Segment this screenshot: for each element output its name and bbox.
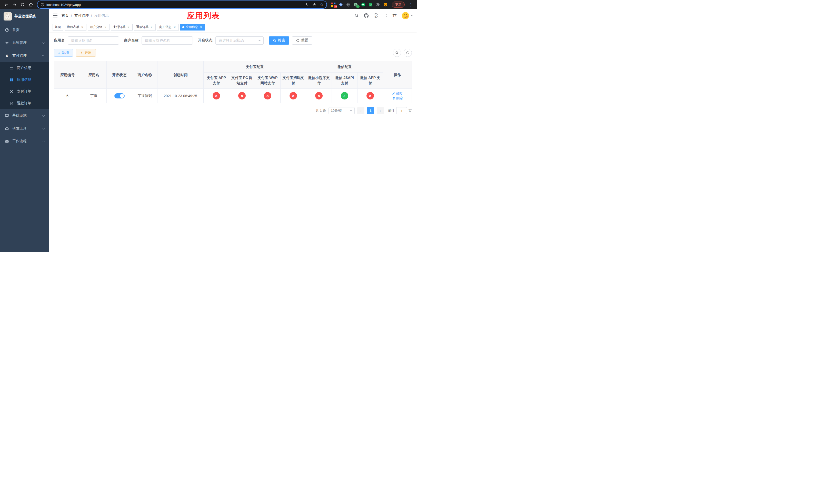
home-icon[interactable] [27,1,35,8]
status-toggle[interactable] [114,93,125,98]
url-right-icons: ☆ [305,2,323,7]
wx-jsapi-status-icon: ✓ [341,92,348,99]
prev-page-button[interactable]: ‹ [357,107,365,114]
search-button[interactable]: 搜索 [269,37,289,45]
cell-created: 2021-10-23 08:49:25 [157,89,204,103]
close-icon[interactable]: × [104,25,107,29]
logo-avatar [4,12,12,21]
grid-icon [9,78,14,82]
merchant-name-input[interactable] [141,37,193,45]
tab-user-group[interactable]: 用户分组× [88,24,110,30]
update-button[interactable]: 更新 [392,2,405,8]
sidebar-item-system[interactable]: 系统管理 [0,37,49,49]
avatar-extension-icon[interactable]: 1 [353,2,358,7]
close-icon[interactable]: × [81,25,84,29]
sidebar-item-devtools[interactable]: 研发工具 [0,122,49,135]
pagination: 共 1 条 10条/页 ‹ 1 › 前往 页 [54,107,412,114]
mosaic-extension-icon[interactable]: 10 [331,2,336,7]
sidebar-item-pay-order[interactable]: 支付订单 [0,86,49,97]
sidebar-item-workflow[interactable]: 工作流程 [0,135,49,148]
toggle-search-button[interactable] [393,49,401,57]
col-status: 开启状态 [107,61,132,89]
tab-home[interactable]: 首页 [52,24,63,30]
page-size-select[interactable]: 10条/页 [329,107,355,114]
alipay-qr-status-icon: × [289,92,297,99]
extensions-area: 10 1 [330,2,389,7]
close-icon[interactable]: × [127,25,130,29]
breadcrumb-home[interactable]: 首页 [62,13,69,18]
info-icon[interactable] [41,3,44,7]
app-name-label: 应用名 [54,38,65,43]
status-select[interactable]: 请选择开启状态 [215,37,264,45]
goto-page-input[interactable] [396,107,407,114]
blue-gem-extension-icon[interactable] [338,2,343,7]
sidebar-item-payment[interactable]: ¥ 支付管理 [0,49,49,62]
github-icon[interactable] [364,13,369,18]
tab-process-form[interactable]: 流程表单× [65,24,86,30]
breadcrumb-module[interactable]: 支付管理 [74,13,89,18]
back-icon[interactable] [3,1,10,8]
sidebar-item-merchant-info[interactable]: 商户信息 [0,62,49,74]
forward-icon[interactable] [11,1,18,8]
app-name-input[interactable] [68,37,119,45]
sidebar-collapse-icon[interactable] [53,14,58,18]
sidebar-logo[interactable]: 芋道管理系统 [0,9,49,24]
green-square-extension-icon[interactable] [368,2,373,7]
delete-link[interactable]: 删除 [392,96,403,100]
screen: localhost:1024/pay/app ☆ 10 [0,0,417,252]
sidebar-item-refund-order[interactable]: 退款订单 [0,97,49,109]
app-table: 应用编号 应用名 开启状态 商户名称 创建时间 支付宝配置 微信配置 操作 支付… [54,61,412,103]
sidebar-item-label: 支付订单 [17,89,31,94]
refresh-button[interactable] [404,49,412,57]
add-button[interactable]: + 新增 [54,49,73,56]
col-wx-mini: 微信小程序支付 [306,72,332,89]
font-size-icon[interactable]: TT [393,13,396,18]
briefcase-icon [5,139,9,143]
search-icon[interactable] [354,13,359,18]
user-menu[interactable] [402,12,413,20]
close-icon[interactable]: × [150,25,153,29]
reload-icon[interactable] [19,1,26,8]
fullscreen-icon[interactable] [383,13,388,18]
green-circle-extension-icon[interactable] [361,2,366,7]
breadcrumb: 首页 / 支付管理 / 应用信息 [62,13,109,18]
key-icon[interactable] [305,3,309,7]
close-icon[interactable]: × [199,25,203,29]
main-area: 首页 / 支付管理 / 应用信息 应用列表 ? [49,9,417,252]
tab-pay-order[interactable]: 支付订单× [111,24,133,30]
col-group-alipay: 支付宝配置 [204,61,306,72]
next-page-button[interactable]: › [377,107,384,114]
sidebar-item-home[interactable]: 首页 [0,24,49,37]
sidebar-item-label: 商户信息 [17,66,31,70]
browser-menu-icon[interactable]: ⋮ [407,1,414,8]
sidebar-item-app-info[interactable]: 应用信息 [0,74,49,86]
address-bar[interactable]: localhost:1024/pay/app ☆ [38,1,327,8]
tab-app-info[interactable]: 应用信息× [180,24,205,30]
chevron-down-icon [42,140,45,142]
page-number-button[interactable]: 1 [367,107,374,114]
chevron-down-icon [350,110,352,112]
export-button[interactable]: 导出 [76,49,96,56]
sidebar-item-label: 支付管理 [12,53,27,58]
url-text: localhost:1024/pay/app [46,3,303,7]
sidebar: 芋道管理系统 首页 系统管理 ¥ [0,9,49,252]
close-icon[interactable]: × [173,25,176,29]
share-icon[interactable] [313,3,316,7]
bookmark-star-icon[interactable]: ☆ [320,2,323,7]
col-group-wechat: 微信配置 [306,61,383,72]
chevron-down-icon [42,127,45,130]
reset-button[interactable]: 重置 [292,37,312,45]
app-title: 芋道管理系统 [14,14,36,19]
tab-merchant-info[interactable]: 商户信息× [157,24,179,30]
cell-status [107,89,132,103]
tab-refund-order[interactable]: 退款订单× [134,24,156,30]
dark-globe-extension-icon[interactable] [346,2,351,7]
orange-face-extension-icon[interactable] [383,2,388,7]
edit-link[interactable]: 修改 [392,91,403,96]
cell-app-id: 6 [54,89,81,103]
puzzle-extension-icon[interactable] [376,2,380,7]
sidebar-item-infrastructure[interactable]: 基础设施 [0,109,49,122]
target-icon [9,90,14,94]
help-icon[interactable]: ? [374,13,378,18]
browser-toolbar: localhost:1024/pay/app ☆ 10 [0,0,417,9]
